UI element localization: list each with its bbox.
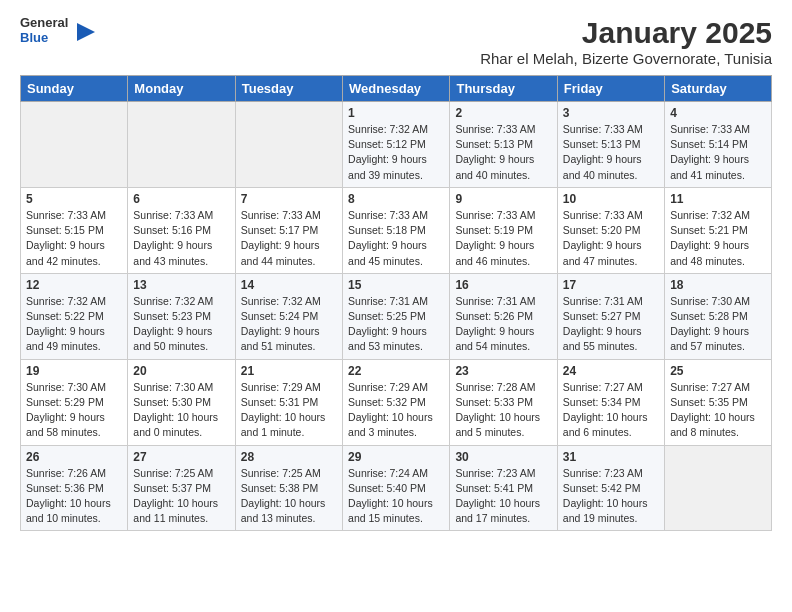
calendar-cell (235, 102, 342, 188)
calendar-cell: 17Sunrise: 7:31 AMSunset: 5:27 PMDayligh… (557, 273, 664, 359)
day-header-saturday: Saturday (665, 76, 772, 102)
calendar-cell: 3Sunrise: 7:33 AMSunset: 5:13 PMDaylight… (557, 102, 664, 188)
day-number: 10 (563, 192, 659, 206)
calendar-cell: 24Sunrise: 7:27 AMSunset: 5:34 PMDayligh… (557, 359, 664, 445)
day-number: 23 (455, 364, 551, 378)
day-number: 26 (26, 450, 122, 464)
calendar-week-row: 26Sunrise: 7:26 AMSunset: 5:36 PMDayligh… (21, 445, 772, 531)
day-info: Sunrise: 7:33 AMSunset: 5:20 PMDaylight:… (563, 208, 659, 269)
calendar-cell: 21Sunrise: 7:29 AMSunset: 5:31 PMDayligh… (235, 359, 342, 445)
day-info: Sunrise: 7:25 AMSunset: 5:38 PMDaylight:… (241, 466, 337, 527)
calendar-cell: 16Sunrise: 7:31 AMSunset: 5:26 PMDayligh… (450, 273, 557, 359)
calendar-cell: 12Sunrise: 7:32 AMSunset: 5:22 PMDayligh… (21, 273, 128, 359)
day-info: Sunrise: 7:32 AMSunset: 5:12 PMDaylight:… (348, 122, 444, 183)
header: General Blue January 2025 Rhar el Melah,… (20, 16, 772, 67)
title-block: January 2025 Rhar el Melah, Bizerte Gove… (480, 16, 772, 67)
day-number: 31 (563, 450, 659, 464)
day-number: 18 (670, 278, 766, 292)
day-number: 28 (241, 450, 337, 464)
calendar-cell: 5Sunrise: 7:33 AMSunset: 5:15 PMDaylight… (21, 187, 128, 273)
calendar-header-row: SundayMondayTuesdayWednesdayThursdayFrid… (21, 76, 772, 102)
day-info: Sunrise: 7:24 AMSunset: 5:40 PMDaylight:… (348, 466, 444, 527)
calendar-cell: 19Sunrise: 7:30 AMSunset: 5:29 PMDayligh… (21, 359, 128, 445)
day-number: 9 (455, 192, 551, 206)
calendar-table: SundayMondayTuesdayWednesdayThursdayFrid… (20, 75, 772, 531)
logo-icon (75, 21, 97, 43)
calendar-cell: 9Sunrise: 7:33 AMSunset: 5:19 PMDaylight… (450, 187, 557, 273)
day-header-wednesday: Wednesday (343, 76, 450, 102)
page-title: January 2025 (480, 16, 772, 50)
calendar-week-row: 12Sunrise: 7:32 AMSunset: 5:22 PMDayligh… (21, 273, 772, 359)
calendar-cell: 7Sunrise: 7:33 AMSunset: 5:17 PMDaylight… (235, 187, 342, 273)
day-info: Sunrise: 7:33 AMSunset: 5:14 PMDaylight:… (670, 122, 766, 183)
calendar-cell: 29Sunrise: 7:24 AMSunset: 5:40 PMDayligh… (343, 445, 450, 531)
day-number: 5 (26, 192, 122, 206)
day-number: 20 (133, 364, 229, 378)
logo-blue: Blue (20, 31, 68, 46)
calendar-cell: 15Sunrise: 7:31 AMSunset: 5:25 PMDayligh… (343, 273, 450, 359)
page-container: General Blue January 2025 Rhar el Melah,… (0, 0, 792, 547)
day-info: Sunrise: 7:33 AMSunset: 5:13 PMDaylight:… (455, 122, 551, 183)
day-info: Sunrise: 7:33 AMSunset: 5:13 PMDaylight:… (563, 122, 659, 183)
day-number: 17 (563, 278, 659, 292)
day-number: 27 (133, 450, 229, 464)
calendar-cell: 11Sunrise: 7:32 AMSunset: 5:21 PMDayligh… (665, 187, 772, 273)
day-number: 29 (348, 450, 444, 464)
day-number: 25 (670, 364, 766, 378)
day-number: 2 (455, 106, 551, 120)
day-info: Sunrise: 7:31 AMSunset: 5:27 PMDaylight:… (563, 294, 659, 355)
day-info: Sunrise: 7:23 AMSunset: 5:41 PMDaylight:… (455, 466, 551, 527)
page-subtitle: Rhar el Melah, Bizerte Governorate, Tuni… (480, 50, 772, 67)
calendar-cell: 28Sunrise: 7:25 AMSunset: 5:38 PMDayligh… (235, 445, 342, 531)
day-info: Sunrise: 7:32 AMSunset: 5:24 PMDaylight:… (241, 294, 337, 355)
day-number: 30 (455, 450, 551, 464)
calendar-cell (128, 102, 235, 188)
day-number: 19 (26, 364, 122, 378)
day-header-sunday: Sunday (21, 76, 128, 102)
day-info: Sunrise: 7:25 AMSunset: 5:37 PMDaylight:… (133, 466, 229, 527)
calendar-cell (665, 445, 772, 531)
day-info: Sunrise: 7:30 AMSunset: 5:30 PMDaylight:… (133, 380, 229, 441)
calendar-cell: 22Sunrise: 7:29 AMSunset: 5:32 PMDayligh… (343, 359, 450, 445)
day-number: 15 (348, 278, 444, 292)
day-info: Sunrise: 7:29 AMSunset: 5:31 PMDaylight:… (241, 380, 337, 441)
calendar-cell: 30Sunrise: 7:23 AMSunset: 5:41 PMDayligh… (450, 445, 557, 531)
day-number: 13 (133, 278, 229, 292)
calendar-cell: 13Sunrise: 7:32 AMSunset: 5:23 PMDayligh… (128, 273, 235, 359)
day-number: 24 (563, 364, 659, 378)
calendar-cell: 23Sunrise: 7:28 AMSunset: 5:33 PMDayligh… (450, 359, 557, 445)
day-number: 4 (670, 106, 766, 120)
calendar-week-row: 1Sunrise: 7:32 AMSunset: 5:12 PMDaylight… (21, 102, 772, 188)
day-info: Sunrise: 7:23 AMSunset: 5:42 PMDaylight:… (563, 466, 659, 527)
day-info: Sunrise: 7:30 AMSunset: 5:29 PMDaylight:… (26, 380, 122, 441)
day-number: 16 (455, 278, 551, 292)
day-info: Sunrise: 7:32 AMSunset: 5:21 PMDaylight:… (670, 208, 766, 269)
calendar-cell: 1Sunrise: 7:32 AMSunset: 5:12 PMDaylight… (343, 102, 450, 188)
calendar-cell: 10Sunrise: 7:33 AMSunset: 5:20 PMDayligh… (557, 187, 664, 273)
day-number: 1 (348, 106, 444, 120)
calendar-cell: 20Sunrise: 7:30 AMSunset: 5:30 PMDayligh… (128, 359, 235, 445)
day-header-monday: Monday (128, 76, 235, 102)
day-info: Sunrise: 7:27 AMSunset: 5:35 PMDaylight:… (670, 380, 766, 441)
day-info: Sunrise: 7:31 AMSunset: 5:26 PMDaylight:… (455, 294, 551, 355)
day-header-tuesday: Tuesday (235, 76, 342, 102)
day-number: 14 (241, 278, 337, 292)
calendar-cell: 18Sunrise: 7:30 AMSunset: 5:28 PMDayligh… (665, 273, 772, 359)
day-info: Sunrise: 7:33 AMSunset: 5:15 PMDaylight:… (26, 208, 122, 269)
day-number: 22 (348, 364, 444, 378)
calendar-week-row: 19Sunrise: 7:30 AMSunset: 5:29 PMDayligh… (21, 359, 772, 445)
day-info: Sunrise: 7:32 AMSunset: 5:22 PMDaylight:… (26, 294, 122, 355)
day-info: Sunrise: 7:33 AMSunset: 5:18 PMDaylight:… (348, 208, 444, 269)
day-number: 12 (26, 278, 122, 292)
day-number: 3 (563, 106, 659, 120)
day-number: 7 (241, 192, 337, 206)
calendar-cell: 25Sunrise: 7:27 AMSunset: 5:35 PMDayligh… (665, 359, 772, 445)
svg-marker-0 (77, 23, 95, 41)
day-info: Sunrise: 7:33 AMSunset: 5:17 PMDaylight:… (241, 208, 337, 269)
day-header-thursday: Thursday (450, 76, 557, 102)
day-number: 21 (241, 364, 337, 378)
day-header-friday: Friday (557, 76, 664, 102)
logo: General Blue (20, 16, 97, 46)
day-number: 6 (133, 192, 229, 206)
day-info: Sunrise: 7:31 AMSunset: 5:25 PMDaylight:… (348, 294, 444, 355)
